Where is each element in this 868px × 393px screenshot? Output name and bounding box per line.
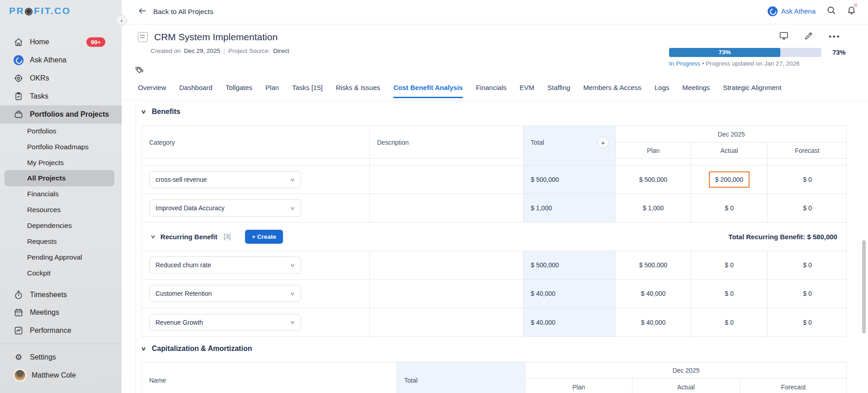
progress-updated-note: Progress updated on Jan 27, 2026 bbox=[706, 60, 799, 67]
tab-meetings[interactable]: Meetings bbox=[682, 84, 710, 97]
description-cell[interactable] bbox=[370, 308, 524, 336]
chevron-down-icon[interactable]: ∨ bbox=[150, 233, 156, 240]
column-header-forecast: Forecast bbox=[768, 142, 847, 159]
sidebar-collapse-button[interactable]: ‹ bbox=[116, 15, 127, 26]
category-select[interactable]: Reduced churn rate∨ bbox=[149, 256, 301, 274]
actual-cell[interactable]: $ 0 bbox=[691, 251, 768, 279]
sidebar-item-user-profile[interactable]: Matthew Cole bbox=[0, 366, 122, 384]
plan-cell[interactable]: $ 1,000 bbox=[616, 194, 691, 222]
tab-tasks[interactable]: Tasks [15] bbox=[292, 84, 323, 97]
sidebar-item-label: Ask Athena bbox=[30, 56, 66, 64]
athena-icon bbox=[14, 55, 24, 65]
sidebar-subitem-my-projects[interactable]: My Projects bbox=[0, 155, 122, 171]
description-cell[interactable] bbox=[370, 251, 524, 279]
tab-dashboard[interactable]: Dashboard bbox=[179, 84, 212, 97]
sidebar-item-okrs[interactable]: OKRs bbox=[0, 69, 122, 87]
category-select[interactable]: cross-sell revenue∨ bbox=[149, 171, 301, 188]
tab-members-access[interactable]: Members & Access bbox=[583, 84, 641, 97]
sidebar-subitem-all-projects[interactable]: All Projects bbox=[5, 170, 114, 186]
sidebar-subitem-portfolio-roadmaps[interactable]: Portfolio Roadmaps bbox=[0, 139, 122, 155]
tab-evm[interactable]: EVM bbox=[519, 84, 534, 97]
forecast-cell[interactable]: $ 0 bbox=[768, 308, 847, 336]
actual-cell-selected[interactable]: $ 200,000 bbox=[691, 166, 768, 194]
benefits-table-header: Category Description Total + Dec 2025 Pl… bbox=[142, 126, 846, 159]
sidebar-item-portfolios-projects[interactable]: Portfolios and Projects bbox=[0, 105, 122, 123]
sidebar-item-meetings[interactable]: Meetings bbox=[0, 303, 122, 322]
plan-cell[interactable]: $ 40,000 bbox=[616, 279, 691, 308]
tab-tollgates[interactable]: Tollgates bbox=[226, 84, 252, 97]
actual-cell[interactable]: $ 0 bbox=[691, 308, 768, 336]
sidebar-item-settings[interactable]: ⚙ Settings bbox=[0, 348, 122, 366]
tab-overview[interactable]: Overview bbox=[138, 84, 166, 97]
sidebar-item-timesheets[interactable]: Timesheets bbox=[0, 286, 122, 304]
tab-cost-benefit-analysis[interactable]: Cost Benefit Analysis bbox=[393, 84, 463, 98]
category-select[interactable]: Customer Retention∨ bbox=[149, 285, 301, 302]
forecast-cell[interactable]: $ 0 bbox=[768, 194, 847, 222]
athena-icon bbox=[768, 6, 778, 16]
main-panel: ‹ Back to All Projects Ask Athena bbox=[122, 0, 868, 393]
forecast-cell[interactable]: $ 0 bbox=[768, 279, 847, 308]
more-options-icon[interactable]: ••• bbox=[829, 32, 841, 41]
description-cell[interactable] bbox=[370, 166, 524, 194]
tab-staffing[interactable]: Staffing bbox=[547, 84, 571, 97]
actual-cell[interactable]: $ 0 bbox=[691, 194, 768, 222]
column-header-actual: Actual bbox=[632, 379, 740, 393]
benefits-section-header[interactable]: ∨ Benefits bbox=[142, 108, 180, 116]
create-button[interactable]: + Create bbox=[245, 230, 283, 244]
presentation-icon[interactable] bbox=[779, 31, 789, 43]
benefit-row-cross-sell-revenue: cross-sell revenue∨ $ 500,000 $ 500,000 … bbox=[142, 166, 846, 194]
edit-pencil-icon[interactable] bbox=[804, 31, 813, 42]
description-cell[interactable] bbox=[370, 279, 524, 308]
profitco-logo[interactable]: PR◉FIT.CO bbox=[9, 5, 71, 16]
category-select[interactable]: Revenue Growth∨ bbox=[149, 314, 301, 331]
status-in-progress-link[interactable]: In Progress bbox=[669, 60, 700, 67]
category-select[interactable]: Improved Data Accuracy∨ bbox=[149, 199, 301, 217]
project-doc-icon bbox=[138, 32, 148, 42]
tab-risks-issues[interactable]: Risks & Issues bbox=[336, 84, 380, 97]
sidebar-subitem-dependencies[interactable]: Dependencies bbox=[0, 218, 122, 234]
plan-cell[interactable]: $ 40,000 bbox=[616, 308, 691, 336]
benefit-row-reduced-churn-rate: Reduced churn rate∨ $ 500,000 $ 500,000 … bbox=[142, 251, 846, 279]
actual-cell[interactable]: $ 0 bbox=[691, 279, 768, 308]
description-cell[interactable] bbox=[370, 194, 524, 222]
period-label: Dec 2025 bbox=[525, 362, 847, 379]
forecast-cell[interactable]: $ 0 bbox=[768, 166, 847, 194]
sidebar-subitem-pending-approval[interactable]: Pending Approval bbox=[0, 249, 122, 265]
plan-cell[interactable]: $ 500,000 bbox=[616, 251, 691, 279]
vertical-scrollbar-thumb[interactable] bbox=[862, 240, 866, 333]
ask-athena-button[interactable]: Ask Athena bbox=[768, 6, 816, 16]
sidebar-item-label: Performance bbox=[30, 327, 71, 335]
target-icon bbox=[14, 73, 24, 83]
tab-strategic-alignment[interactable]: Strategic Alignment bbox=[723, 84, 781, 97]
total-cell: $ 500,000 bbox=[524, 166, 616, 194]
add-period-button[interactable]: + bbox=[597, 137, 609, 148]
progress-percent-label: 73% bbox=[832, 49, 845, 56]
forecast-cell[interactable]: $ 0 bbox=[768, 251, 847, 279]
search-icon[interactable] bbox=[826, 5, 836, 17]
sidebar-item-tasks[interactable]: Tasks bbox=[0, 87, 122, 105]
home-notification-badge: 99+ bbox=[86, 38, 105, 47]
sidebar-item-label: OKRs bbox=[30, 74, 49, 82]
sidebar-subitem-cockpit[interactable]: Cockpit bbox=[0, 265, 122, 281]
tags-icon[interactable] bbox=[135, 66, 145, 77]
total-cell: $ 40,000 bbox=[524, 279, 616, 308]
back-to-all-projects-button[interactable]: Back to All Projects bbox=[138, 6, 213, 17]
tab-logs[interactable]: Logs bbox=[655, 84, 670, 97]
sidebar-item-ask-athena[interactable]: Ask Athena bbox=[0, 51, 122, 69]
tab-financials[interactable]: Financials bbox=[476, 84, 507, 97]
notifications-bell-icon[interactable] bbox=[847, 5, 856, 17]
project-meta: Created on Dec 29, 2025 | Project Source… bbox=[151, 47, 289, 55]
sidebar-subitem-portfolios[interactable]: Portfolios bbox=[0, 123, 122, 139]
recurring-benefit-count: [3] bbox=[224, 233, 231, 240]
sidebar-item-home[interactable]: Home 99+ bbox=[0, 33, 122, 51]
sidebar-subitem-financials[interactable]: Financials bbox=[0, 186, 122, 202]
user-name-label: Matthew Cole bbox=[32, 371, 76, 379]
sidebar-subitem-requests[interactable]: Requests bbox=[0, 233, 122, 250]
sidebar-subitem-resources[interactable]: Resources bbox=[0, 202, 122, 218]
sidebar-item-performance[interactable]: Performance bbox=[0, 322, 122, 340]
plan-cell[interactable]: $ 500,000 bbox=[616, 166, 691, 194]
column-header-actual: Actual bbox=[691, 142, 768, 159]
total-cell: $ 40,000 bbox=[524, 308, 616, 336]
tab-plan[interactable]: Plan bbox=[265, 84, 279, 97]
capam-section-header[interactable]: ∨ Capitalization & Amortization bbox=[142, 345, 252, 353]
